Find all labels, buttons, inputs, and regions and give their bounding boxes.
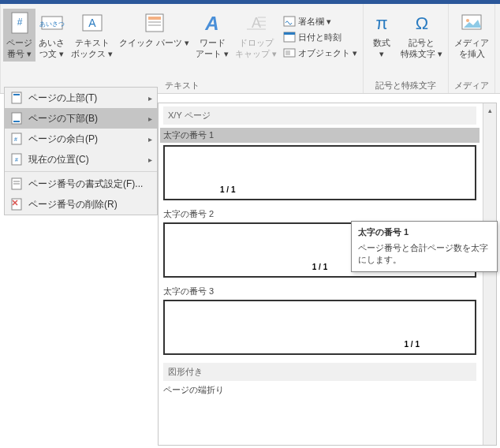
svg-text:#: # bbox=[15, 157, 18, 162]
quickparts-icon bbox=[142, 10, 167, 35]
menu-remove-label: ページ番号の削除(R) bbox=[28, 198, 152, 211]
tooltip: 太字の番号 1 ページ番号と合計ページ数を太字にします。 bbox=[351, 221, 498, 272]
object-label: オブジェクト ▾ bbox=[298, 47, 357, 59]
signature-button[interactable]: 署名欄 ▾ bbox=[280, 13, 360, 29]
menu-page-margin[interactable]: # ページの余白(P) ▸ bbox=[5, 129, 157, 149]
ribbon-group-media: メディア を挿入 メディア bbox=[449, 4, 495, 93]
page-top-icon bbox=[9, 91, 24, 105]
gallery-item-label: 太字の番号 3 bbox=[163, 286, 476, 297]
svg-rect-18 bbox=[284, 32, 295, 35]
format-icon bbox=[9, 177, 24, 191]
media-label: メディア を挿入 bbox=[454, 37, 489, 60]
symbol-icon: Ω bbox=[409, 10, 435, 35]
svg-rect-8 bbox=[148, 21, 161, 23]
quickparts-button[interactable]: クイック パーツ ▾ bbox=[116, 9, 192, 50]
datetime-icon bbox=[283, 31, 296, 43]
submenu-arrow-icon: ▸ bbox=[148, 114, 152, 123]
submenu-arrow-icon: ▸ bbox=[148, 94, 152, 103]
symbol-label: 記号と 特殊文字 ▾ bbox=[401, 37, 442, 60]
svg-text:Ω: Ω bbox=[416, 13, 428, 33]
gallery-item-page-fold[interactable]: ページの端折り bbox=[163, 384, 476, 396]
remove-icon bbox=[9, 197, 24, 211]
equation-label: 数式 ▾ bbox=[373, 37, 390, 60]
menu-margin-label: ページの余白(P) bbox=[28, 133, 148, 146]
scroll-up-icon[interactable]: ▴ bbox=[483, 103, 496, 117]
page-number-text: 1 / 1 bbox=[220, 185, 235, 194]
svg-text:π: π bbox=[376, 13, 388, 33]
datetime-label: 日付と時刻 bbox=[298, 32, 341, 43]
page-number-text: 1 / 1 bbox=[405, 340, 420, 349]
signature-icon bbox=[283, 15, 296, 28]
object-icon bbox=[283, 47, 296, 59]
gallery-scrollbar[interactable]: ▴ bbox=[483, 103, 496, 445]
ribbon: # ページ 番号 ▾ あいさつ あいさ つ文 ▾ A テキスト ボックス ▾ bbox=[0, 4, 500, 94]
page-number-menu: ページの上部(T) ▸ ページの下部(B) ▸ # ページの余白(P) ▸ # … bbox=[4, 87, 158, 215]
media-group-label: メディア bbox=[451, 78, 492, 91]
aisatsu-icon: あいさつ bbox=[39, 10, 65, 35]
svg-rect-16 bbox=[284, 17, 295, 26]
gallery-item-label: ページの端折り bbox=[163, 384, 476, 396]
tooltip-body: ページ番号と合計ページ数を太字にします。 bbox=[358, 242, 491, 267]
gallery-item-label: 太字の番号 1 bbox=[160, 128, 479, 143]
textbox-label: テキスト ボックス ▾ bbox=[71, 37, 113, 60]
aisatsu-label: あいさ つ文 ▾ bbox=[39, 37, 65, 60]
wordart-button[interactable]: A ワード アート ▾ bbox=[192, 9, 232, 62]
text-sublist: 署名欄 ▾ 日付と時刻 オブジェクト ▾ bbox=[280, 9, 360, 61]
quickparts-label: クイック パーツ ▾ bbox=[119, 37, 189, 48]
svg-rect-9 bbox=[148, 24, 161, 26]
aisatsu-button[interactable]: あいさつ あいさ つ文 ▾ bbox=[35, 9, 68, 62]
svg-text:あいさつ: あいさつ bbox=[39, 21, 65, 28]
page-margin-icon: # bbox=[9, 132, 24, 146]
svg-rect-28 bbox=[13, 121, 20, 122]
svg-rect-20 bbox=[285, 50, 290, 55]
textbox-button[interactable]: A テキスト ボックス ▾ bbox=[68, 9, 116, 62]
page-number-text: 1 / 1 bbox=[312, 263, 327, 271]
symbol-button[interactable]: Ω 記号と 特殊文字 ▾ bbox=[397, 9, 446, 62]
equation-icon: π bbox=[369, 10, 394, 35]
gallery-section-xy: X/Y ページ bbox=[163, 106, 476, 125]
menu-current-label: 現在の位置(C) bbox=[28, 153, 148, 166]
wordart-label: ワード アート ▾ bbox=[196, 37, 229, 60]
menu-bottom-label: ページの下部(B) bbox=[28, 112, 148, 125]
signature-label: 署名欄 ▾ bbox=[298, 16, 331, 28]
current-position-icon: # bbox=[9, 152, 24, 166]
svg-rect-7 bbox=[148, 17, 161, 20]
menu-top-of-page[interactable]: ページの上部(T) ▸ bbox=[5, 88, 157, 108]
menu-format-page-number[interactable]: ページ番号の書式設定(F)... bbox=[5, 174, 157, 194]
ribbon-group-symbols: π 数式 ▾ Ω 記号と 特殊文字 ▾ 記号と特殊文字 bbox=[364, 4, 449, 93]
menu-format-label: ページ番号の書式設定(F)... bbox=[28, 177, 152, 191]
page-number-label: ページ 番号 ▾ bbox=[6, 37, 32, 60]
object-button[interactable]: オブジェクト ▾ bbox=[280, 45, 360, 61]
wordart-icon: A bbox=[200, 10, 225, 35]
symbol-group-label: 記号と特殊文字 bbox=[366, 78, 446, 91]
menu-current-position[interactable]: # 現在の位置(C) ▸ bbox=[5, 149, 157, 170]
gallery-preview: 1 / 1 bbox=[163, 145, 476, 200]
menu-bottom-of-page[interactable]: ページの下部(B) ▸ bbox=[5, 108, 157, 129]
media-icon bbox=[459, 10, 484, 35]
equation-button[interactable]: π 数式 ▾ bbox=[366, 9, 397, 62]
textbox-icon: A bbox=[80, 10, 105, 35]
gallery-item-bold-3[interactable]: 太字の番号 3 1 / 1 bbox=[163, 286, 476, 355]
svg-point-24 bbox=[466, 19, 469, 22]
gallery-item-bold-1[interactable]: 太字の番号 1 1 / 1 bbox=[163, 128, 476, 200]
gallery-section-shape: 図形付き bbox=[163, 363, 476, 381]
menu-remove-page-number[interactable]: ページ番号の削除(R) bbox=[5, 194, 157, 215]
submenu-arrow-icon: ▸ bbox=[148, 135, 152, 144]
svg-text:#: # bbox=[17, 17, 22, 28]
submenu-arrow-icon: ▸ bbox=[148, 155, 152, 164]
svg-text:A: A bbox=[205, 13, 219, 34]
gallery-item-label: 太字の番号 2 bbox=[163, 208, 476, 220]
dropcap-button: A ドロップ キャップ ▾ bbox=[232, 9, 280, 62]
dropcap-icon: A bbox=[244, 10, 269, 35]
gallery-preview: 1 / 1 bbox=[163, 300, 476, 355]
svg-text:A: A bbox=[88, 17, 96, 29]
datetime-button[interactable]: 日付と時刻 bbox=[280, 29, 360, 45]
svg-rect-26 bbox=[13, 94, 20, 95]
page-bottom-icon bbox=[9, 111, 24, 125]
tooltip-title: 太字の番号 1 bbox=[358, 226, 491, 238]
menu-separator bbox=[5, 171, 157, 172]
media-button[interactable]: メディア を挿入 bbox=[451, 9, 492, 62]
menu-top-label: ページの上部(T) bbox=[28, 91, 148, 105]
page-number-button[interactable]: # ページ 番号 ▾ bbox=[3, 9, 35, 62]
svg-text:#: # bbox=[14, 136, 17, 142]
